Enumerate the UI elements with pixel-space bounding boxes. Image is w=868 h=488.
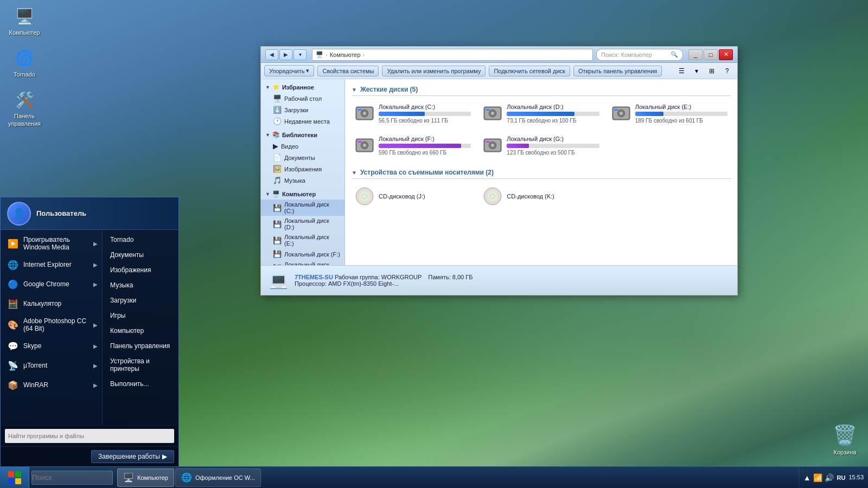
view-list-button[interactable]: ☰ [674,65,688,78]
menu-item-calc[interactable]: 🧮 Калькулятор [1,294,102,313]
drive-d-name: Локальный диск (D:) [507,104,599,110]
removable-item-k[interactable]: CD-дисковод (K:) [480,183,602,209]
user-avatar: 👤 [7,202,31,226]
shutdown-arrow-icon: ▶ [162,453,167,460]
shutdown-button[interactable]: Завершение работы ▶ [91,450,174,463]
maximize-button[interactable]: □ [704,49,718,60]
cd-k-name: CD-дисковод (K:) [507,193,554,200]
right-item-music[interactable]: Музыка [103,278,178,293]
sidebar-item-drive-g[interactable]: 💾 Локальный диск (G:) [261,260,344,265]
right-item-devices[interactable]: Устройства и принтеры [103,354,178,376]
dropdown-button[interactable]: ▾ [293,49,307,60]
computer-sidebar-header[interactable]: ▼ 🖥️ Компьютер [261,188,344,200]
removable-section-header[interactable]: ▼ Устройства со съемными носителями (2) [352,166,731,179]
taskbar-search-input[interactable] [31,471,113,485]
drive-c-sidebar-label: Локальный диск (C:) [284,201,340,214]
sidebar-item-recent[interactable]: 🕐 Недавние места [261,115,344,127]
drive-item-d[interactable]: Локальный диск (D:) 73,1 ГБ свободно из … [480,100,602,127]
sidebar-item-downloads[interactable]: ⬇️ Загрузки [261,104,344,115]
drive-g-info: Локальный диск (G:) 123 ГБ свободно из 5… [507,136,599,156]
hdd-svg-e [611,104,631,123]
right-item-games[interactable]: Игры [103,308,178,323]
tray-network-icon[interactable]: 📶 [813,473,822,482]
libraries-section: ▼ 📚 Библиотеки ▶ Видео 📄 Документы 🖼️ [261,129,344,186]
windows-logo-icon [8,471,21,484]
tray-volume-icon[interactable]: 🔊 [825,473,834,482]
system-props-button[interactable]: Свойства системы [317,66,379,76]
desktop-icon-tornado[interactable]: 🌀 Tornado [5,47,43,78]
desktop-icon-control-panel[interactable]: 🛠️ Панельуправления [5,89,43,127]
right-item-run[interactable]: Выполнить... [103,376,178,391]
taskbar-item-browser[interactable]: 🌐 Оформление ОС W... [175,468,261,487]
sidebar-item-desktop[interactable]: 🖥️ Рабочий стол [261,93,344,104]
tray-arrow-icon[interactable]: ▲ [803,473,811,482]
favorites-header[interactable]: ▼ ⭐ Избранное [261,81,344,93]
removable-item-j[interactable]: CD-дисковод (J:) [352,183,474,209]
close-button[interactable]: ✕ [719,49,733,60]
drive-item-c[interactable]: Локальный диск (C:) 56,5 ГБ свободно из … [352,100,474,127]
drive-item-f[interactable]: Локальный диск (F:) 590 ГБ свободно из 6… [352,132,474,159]
menu-item-photoshop[interactable]: 🎨 Adobe Photoshop CC (64 Bit) ▶ [1,313,102,336]
map-drive-button[interactable]: Подключить сетевой диск [489,66,570,76]
open-panel-label: Открыть панель управления [578,68,657,74]
drive-c-name: Локальный диск (C:) [379,104,471,110]
skype-label: Skype [23,342,41,350]
drive-e-bar-container [635,112,727,116]
organize-arrow-icon: ▾ [306,67,309,74]
sidebar-item-video[interactable]: ▶ Видео [261,140,344,152]
downloads-sidebar-icon: ⬇️ [273,106,282,114]
sidebar-item-music[interactable]: 🎵 Музыка [261,175,344,186]
tray-language[interactable]: RU [837,474,846,481]
tray-clock[interactable]: 15:53 [848,473,864,481]
drive-c-size: 56,5 ГБ свободно из 111 ГБ [379,118,471,124]
drive-item-e[interactable]: Локальный диск (E:) 189 ГБ свободно из 6… [608,100,731,127]
right-item-tornado[interactable]: Tornado [103,232,178,247]
sidebar-item-drive-d[interactable]: 💾 Локальный диск (D:) [261,216,344,232]
right-item-documents[interactable]: Документы [103,247,178,262]
winrar-label: WinRAR [23,381,48,389]
sidebar-item-drive-f[interactable]: 💾 Локальный диск (F:) [261,248,344,260]
drive-f-icon [355,136,374,155]
menu-item-media-player[interactable]: ▶️ Проигрыватель Windows Media ▶ [1,232,102,255]
forward-button[interactable]: ▶ [279,49,292,60]
hard-drives-section-header[interactable]: ▼ Жесткие диски (5) [352,84,731,96]
sidebar-item-documents[interactable]: 📄 Документы [261,152,344,163]
sidebar-item-images[interactable]: 🖼️ Изображения [261,163,344,175]
view-details-arrow[interactable]: ▾ [690,65,704,78]
libraries-header[interactable]: ▼ 📚 Библиотеки [261,129,344,140]
svg-point-23 [491,144,494,147]
desktop-icon-computer[interactable]: 🖥️ Компьютер [5,5,43,36]
search-box[interactable]: Поиск: Компьютер 🔍 [596,49,683,61]
view-pane-button[interactable]: ⊞ [705,65,719,78]
menu-item-utorrent[interactable]: 📡 µTorrent ▶ [1,356,102,375]
menu-item-chrome[interactable]: 🔵 Google Chrome ▶ [1,274,102,294]
right-item-images[interactable]: Изображения [103,262,178,278]
start-menu-left: ▶️ Проигрыватель Windows Media ▶ 🌐 Inter… [1,230,103,425]
drive-item-g[interactable]: Локальный диск (G:) 123 ГБ свободно из 5… [480,132,602,159]
recent-sidebar-icon: 🕐 [273,117,282,125]
taskbar: 🖥️ Компьютер 🌐 Оформление ОС W... ▲ 📶 🔊 … [0,466,868,488]
uninstall-button[interactable]: Удалить или изменить программу [382,66,486,76]
desktop: 🖥️ Компьютер 🌀 Tornado 🛠️ Панельуправлен… [0,0,868,488]
minimize-button[interactable]: _ [688,49,703,60]
menu-item-winrar[interactable]: 📦 WinRAR ▶ [1,375,102,395]
desktop-sidebar-icon: 🖥️ [273,94,282,102]
back-button[interactable]: ◀ [265,49,278,60]
right-item-downloads[interactable]: Загрузки [103,293,178,308]
address-bar[interactable]: 🖥️ › Компьютер › [312,49,593,61]
organize-button[interactable]: Упорядочить ▾ [264,65,314,76]
right-item-computer[interactable]: Компьютер [103,323,178,338]
start-search-input[interactable] [5,429,174,443]
right-item-control-panel[interactable]: Панель управления [103,338,178,354]
menu-item-ie[interactable]: 🌐 Internet Explorer ▶ [1,255,102,274]
status-text: 7THEMES-SU Рабочая группа: WORKGROUP Пам… [295,274,731,287]
svg-rect-4 [358,109,362,111]
open-panel-button[interactable]: Открыть панель управления [573,66,662,76]
recycle-bin[interactable]: 🗑️ Корзина [833,424,857,455]
menu-item-skype[interactable]: 💬 Skype ▶ [1,336,102,356]
sidebar-item-drive-e[interactable]: 💾 Локальный диск (E:) [261,232,344,248]
taskbar-item-computer[interactable]: 🖥️ Компьютер [117,468,174,487]
start-button[interactable] [0,467,29,489]
help-button[interactable]: ? [720,65,734,78]
sidebar-item-drive-c[interactable]: 💾 Локальный диск (C:) [261,200,344,216]
